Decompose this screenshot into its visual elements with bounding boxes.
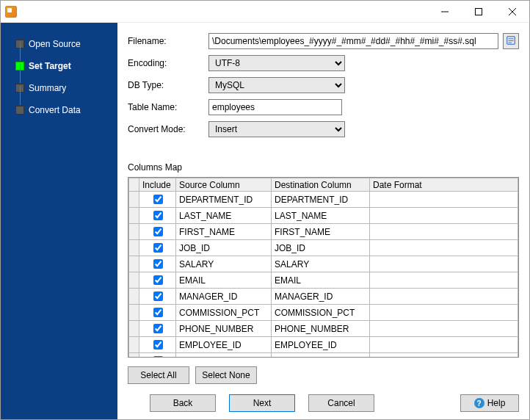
step-label: Open Source [29, 39, 81, 49]
date-format-cell[interactable] [370, 208, 518, 224]
source-column-cell[interactable]: LAST_NAME [176, 208, 272, 224]
date-format-cell[interactable] [370, 289, 518, 305]
help-button[interactable]: ? Help [460, 394, 519, 412]
include-checkbox[interactable] [153, 308, 163, 317]
col-source-header[interactable]: Source Column [176, 178, 272, 192]
table-row[interactable]: COMMISSION_PCTCOMMISSION_PCT [129, 305, 518, 321]
include-checkbox[interactable] [153, 243, 163, 253]
table-row[interactable]: DEPARTMENT_IDDEPARTMENT_ID [129, 192, 518, 208]
destination-column-cell[interactable]: MANAGER_ID [272, 289, 370, 305]
table-row[interactable]: EMAILEMAIL [129, 272, 518, 289]
col-dest-header[interactable]: Destination Column [272, 178, 370, 192]
table-row[interactable]: MANAGER_IDMANAGER_ID [129, 289, 518, 305]
table-row[interactable]: PHONE_NUMBERPHONE_NUMBER [129, 321, 518, 337]
destination-column-cell[interactable]: PHONE_NUMBER [272, 321, 370, 337]
encoding-select[interactable]: UTF-8 [208, 55, 345, 71]
col-date-header[interactable]: Date Format [370, 178, 518, 192]
include-checkbox[interactable] [153, 275, 163, 285]
table-row[interactable]: LAST_NAMELAST_NAME [129, 208, 518, 224]
date-format-cell[interactable] [370, 256, 518, 272]
content-panel: Filename: Encoding: UTF-8 DB Type: MySQL… [117, 23, 529, 419]
date-format-cell[interactable] [370, 240, 518, 256]
svg-rect-4 [509, 42, 512, 43]
source-column-cell[interactable]: PHONE_NUMBER [176, 321, 272, 337]
row-header [129, 192, 139, 208]
wizard-step-open-source[interactable]: Open Source [8, 33, 117, 55]
destination-column-cell[interactable]: HIRE_DATE [272, 353, 370, 358]
help-label: Help [487, 398, 506, 408]
include-checkbox[interactable] [153, 211, 163, 220]
tablename-label: Table Name: [128, 102, 208, 112]
date-format-cell[interactable] [370, 224, 518, 240]
date-format-cell[interactable] [370, 305, 518, 321]
source-column-cell[interactable]: EMPLOYEE_ID [176, 337, 272, 353]
columns-map-grid: Include Source Column Destination Column… [128, 177, 519, 358]
date-format-cell[interactable] [370, 272, 518, 289]
wizard-step-convert-data[interactable]: Convert Data [8, 99, 117, 121]
table-row[interactable]: HIRE_DATEHIRE_DATEmm/dd/yyyy [129, 353, 518, 358]
include-checkbox[interactable] [153, 195, 163, 204]
destination-column-cell[interactable]: LAST_NAME [272, 208, 370, 224]
step-label: Summary [29, 83, 66, 93]
browse-button[interactable] [503, 33, 519, 49]
minimize-button[interactable] [428, 1, 462, 23]
destination-column-cell[interactable]: COMMISSION_PCT [272, 305, 370, 321]
row-header [129, 289, 139, 305]
select-all-button[interactable]: Select All [128, 366, 189, 384]
source-column-cell[interactable]: FIRST_NAME [176, 224, 272, 240]
source-column-cell[interactable]: EMAIL [176, 272, 272, 289]
destination-column-cell[interactable]: JOB_ID [272, 240, 370, 256]
include-checkbox[interactable] [153, 340, 163, 350]
source-column-cell[interactable]: MANAGER_ID [176, 289, 272, 305]
wizard-sidebar: Open SourceSet TargetSummaryConvert Data [1, 23, 117, 419]
columns-map-label: Columns Map [128, 162, 519, 173]
table-row[interactable]: SALARYSALARY [129, 256, 518, 272]
wizard-step-set-target[interactable]: Set Target [8, 55, 117, 77]
source-column-cell[interactable]: HIRE_DATE [176, 353, 272, 358]
select-none-button[interactable]: Select None [195, 366, 257, 384]
col-include-header[interactable]: Include [139, 178, 176, 192]
table-row[interactable]: FIRST_NAMEFIRST_NAME [129, 224, 518, 240]
help-icon: ? [474, 398, 484, 408]
destination-column-cell[interactable]: SALARY [272, 256, 370, 272]
convertmode-select[interactable]: Insert [208, 121, 345, 137]
date-format-cell[interactable]: mm/dd/yyyy [370, 353, 518, 358]
app-icon [5, 6, 17, 18]
destination-column-cell[interactable]: EMAIL [272, 272, 370, 289]
window-titlebar [1, 1, 529, 23]
include-checkbox[interactable] [153, 356, 163, 358]
include-checkbox[interactable] [153, 292, 163, 301]
dbtype-label: DB Type: [128, 80, 208, 90]
back-button[interactable]: Back [150, 394, 216, 412]
date-format-cell[interactable] [370, 192, 518, 208]
close-button[interactable] [495, 1, 529, 23]
table-row[interactable]: EMPLOYEE_IDEMPLOYEE_ID [129, 337, 518, 353]
row-header [129, 321, 139, 337]
source-column-cell[interactable]: SALARY [176, 256, 272, 272]
convertmode-label: Convert Mode: [128, 124, 208, 134]
maximize-button[interactable] [462, 1, 495, 23]
destination-column-cell[interactable]: FIRST_NAME [272, 224, 370, 240]
svg-rect-3 [509, 40, 514, 41]
next-button[interactable]: Next [229, 394, 295, 412]
step-bullet-icon [15, 106, 24, 115]
dbtype-select[interactable]: MySQL [208, 77, 345, 93]
destination-column-cell[interactable]: EMPLOYEE_ID [272, 337, 370, 353]
source-column-cell[interactable]: JOB_ID [176, 240, 272, 256]
wizard-step-summary[interactable]: Summary [8, 77, 117, 99]
row-header [129, 208, 139, 224]
include-checkbox[interactable] [153, 324, 163, 333]
source-column-cell[interactable]: COMMISSION_PCT [176, 305, 272, 321]
destination-column-cell[interactable]: DEPARTMENT_ID [272, 192, 370, 208]
row-header [129, 256, 139, 272]
include-checkbox[interactable] [153, 259, 163, 269]
source-column-cell[interactable]: DEPARTMENT_ID [176, 192, 272, 208]
row-header [129, 353, 139, 358]
table-row[interactable]: JOB_IDJOB_ID [129, 240, 518, 256]
date-format-cell[interactable] [370, 321, 518, 337]
date-format-cell[interactable] [370, 337, 518, 353]
filename-input[interactable] [208, 33, 498, 49]
tablename-input[interactable] [208, 99, 342, 115]
cancel-button[interactable]: Cancel [308, 394, 374, 412]
include-checkbox[interactable] [153, 227, 163, 236]
